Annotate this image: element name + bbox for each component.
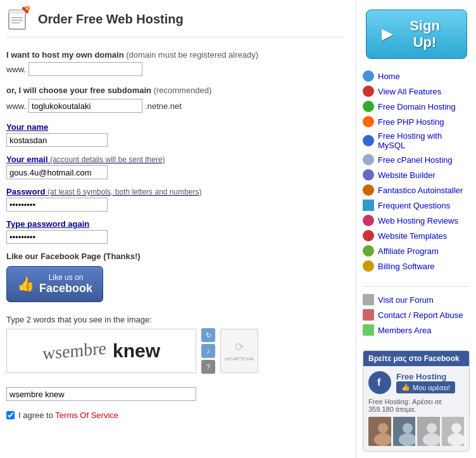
- subdomain-suffix: .netne.net: [145, 101, 182, 111]
- sidebar-item-contact[interactable]: Contact / Report Abuse: [363, 307, 470, 322]
- fb-thumb-2: [393, 417, 416, 446]
- sidebar-item-templates[interactable]: Website Templates: [363, 228, 470, 243]
- fb-thumb-3: [417, 417, 440, 446]
- sidebar-item-cpanel[interactable]: Free cPanel Hosting: [363, 152, 470, 167]
- php-icon: [363, 116, 374, 127]
- name-label: Your name: [6, 122, 343, 132]
- name-input[interactable]: [6, 133, 108, 147]
- page-title: Order Free Web Hosting: [38, 12, 184, 27]
- domain-section: I want to host my own domain (domain mus…: [6, 50, 343, 76]
- terms-prefix: I agree to: [18, 410, 53, 420]
- sidebar-item-reviews[interactable]: Web Hosting Reviews: [363, 213, 470, 228]
- signup-container: ▶ Sign Up!: [363, 3, 470, 59]
- fantastico-link[interactable]: Fantastico Autoinstaller: [378, 186, 463, 195]
- cpanel-icon: [363, 154, 374, 165]
- cpanel-link[interactable]: Free cPanel Hosting: [378, 155, 453, 165]
- sidebar-item-php[interactable]: Free PHP Hosting: [363, 114, 470, 129]
- facebook-label: Like our Facebook Page (Thanks!): [6, 251, 343, 261]
- password-confirm-group: Type password again: [6, 219, 343, 244]
- captcha-word1: wsembre: [42, 338, 106, 364]
- builder-icon: [363, 169, 374, 181]
- fb-widget-profile: f Free Hosting 👍 Μου αρέσει!: [368, 371, 464, 394]
- captcha-refresh-button[interactable]: ↻: [201, 328, 215, 342]
- captcha-word2: knew: [113, 340, 160, 362]
- terms-checkbox[interactable]: [6, 411, 15, 419]
- features-link[interactable]: View All Features: [378, 87, 441, 96]
- fb-like-label: Μου αρέσει!: [413, 384, 450, 391]
- fb-widget-text: Free Hosting: Αρέσει σε 359.180 άτομα.: [368, 398, 464, 413]
- members-icon: [363, 324, 374, 336]
- fb-like-icon: 👍: [401, 383, 410, 391]
- fb-like-button[interactable]: 👍 Μου αρέσει!: [396, 381, 455, 393]
- sidebar-item-domain[interactable]: Free Domain Hosting: [363, 99, 470, 114]
- templates-link[interactable]: Website Templates: [378, 231, 447, 241]
- fantastico-icon: [363, 184, 374, 196]
- sidebar-item-home[interactable]: Home: [363, 68, 470, 84]
- fb-widget-body: f Free Hosting 👍 Μου αρέσει! Free Hostin…: [363, 366, 469, 451]
- contact-icon: [363, 309, 374, 321]
- domain-prefix: www.: [6, 65, 26, 74]
- password-group: Password (at least 6 symbols, both lette…: [6, 187, 343, 212]
- recaptcha-spinner: ⟳: [235, 340, 244, 354]
- builder-link[interactable]: Website Builder: [378, 170, 435, 180]
- sidebar-item-builder[interactable]: Website Builder: [363, 167, 470, 182]
- facebook-like-button[interactable]: 👍 Like us on Facebook: [6, 266, 103, 302]
- subdomain-prefix: www.: [6, 101, 26, 111]
- home-link[interactable]: Home: [378, 72, 400, 81]
- email-sublabel: (account details will be sent there): [50, 155, 165, 164]
- reviews-link[interactable]: Web Hosting Reviews: [378, 216, 458, 226]
- fb-widget-header: Βρείτε μας στο Facebook: [363, 351, 469, 366]
- captcha-image: wsembre knew: [6, 329, 196, 373]
- recaptcha-label: reCAPTCHA: [225, 356, 253, 362]
- page-header: Order Free Web Hosting: [6, 6, 343, 37]
- captcha-label: Type 2 words that you see in the image:: [6, 315, 343, 324]
- terms-link[interactable]: Terms Of Service: [55, 410, 118, 420]
- subdomain-sublabel: (recommended): [154, 86, 212, 95]
- terms-text: I agree to Terms Of Service: [18, 410, 118, 420]
- name-group: Your name: [6, 122, 343, 147]
- facebook-widget: Βρείτε μας στο Facebook f Free Hosting 👍…: [363, 350, 470, 452]
- forum-link[interactable]: Visit our Forum: [378, 295, 434, 305]
- password-confirm-input[interactable]: [6, 230, 108, 244]
- terms-row: I agree to Terms Of Service: [6, 410, 343, 420]
- members-link[interactable]: Members Area: [378, 326, 432, 335]
- contact-link[interactable]: Contact / Report Abuse: [378, 310, 463, 320]
- sidebar-item-billing[interactable]: Billing Software: [363, 258, 470, 274]
- affiliate-link[interactable]: Affiliate Program: [378, 246, 439, 256]
- subdomain-label: or, I will choose your free subdomain: [6, 86, 151, 95]
- fb-thumb-1: [368, 417, 391, 446]
- billing-link[interactable]: Billing Software: [378, 262, 435, 271]
- captcha-input[interactable]: [6, 387, 196, 401]
- sidebar-item-features[interactable]: View All Features: [363, 84, 470, 99]
- fb-btn-line2: Facebook: [39, 282, 92, 295]
- subdomain-input[interactable]: [28, 99, 142, 113]
- reviews-icon: [363, 215, 374, 226]
- domain-sublabel: (domain must be registered already): [126, 50, 258, 60]
- signup-label: Sign Up!: [399, 18, 451, 51]
- domain-label: I want to host my own domain: [6, 50, 124, 60]
- faq-link[interactable]: Frequent Questions: [378, 201, 450, 210]
- sidebar-item-forum[interactable]: Visit our Forum: [363, 292, 470, 307]
- help-icon: ?: [206, 363, 210, 371]
- sidebar-item-fantastico[interactable]: Fantastico Autoinstaller: [363, 182, 470, 198]
- fb-thumb-4: [442, 417, 465, 446]
- captcha-help-button[interactable]: ?: [201, 360, 215, 374]
- sidebar-nav-2: Visit our Forum Contact / Report Abuse M…: [363, 292, 470, 338]
- sidebar-item-affiliate[interactable]: Affiliate Program: [363, 243, 470, 258]
- billing-icon: [363, 260, 374, 272]
- facebook-section: Like our Facebook Page (Thanks!) 👍 Like …: [6, 251, 343, 302]
- sidebar-item-members[interactable]: Members Area: [363, 322, 470, 338]
- email-input[interactable]: [6, 165, 108, 179]
- sidebar-item-faq[interactable]: Frequent Questions: [363, 198, 470, 213]
- sidebar: ▶ Sign Up! Home View All Features Free D…: [356, 0, 476, 458]
- domain-input[interactable]: [28, 62, 142, 76]
- refresh-icon: ↻: [206, 331, 211, 340]
- password-input[interactable]: [6, 198, 108, 212]
- mysql-link[interactable]: Free Hosting with MySQL: [378, 131, 470, 150]
- php-link[interactable]: Free PHP Hosting: [378, 117, 444, 127]
- signup-button[interactable]: ▶ Sign Up!: [366, 10, 467, 59]
- fb-page-name: Free Hosting: [396, 372, 455, 381]
- sidebar-item-mysql[interactable]: Free Hosting with MySQL: [363, 129, 470, 152]
- domain-link[interactable]: Free Domain Hosting: [378, 102, 456, 111]
- captcha-audio-button[interactable]: ♪: [201, 344, 215, 358]
